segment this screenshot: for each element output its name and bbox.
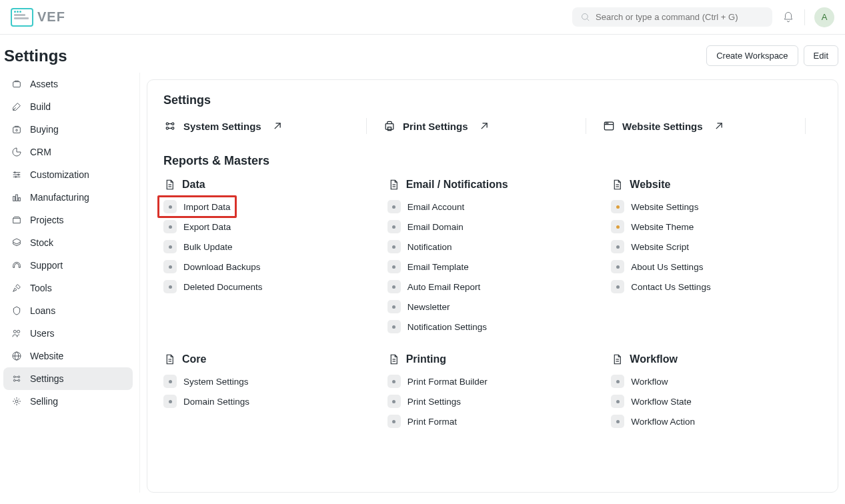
- shortcut-label: Print Settings: [403, 121, 468, 132]
- status-dot: [387, 220, 401, 233]
- brand-logo[interactable]: VEF: [11, 8, 65, 27]
- svg-point-14: [13, 330, 16, 333]
- search-input[interactable]: [596, 12, 764, 22]
- create-workspace-button[interactable]: Create Workspace: [706, 45, 798, 66]
- reports-heading: Reports & Masters: [163, 154, 822, 168]
- status-dot: [611, 395, 624, 408]
- link-label: Print Settings: [407, 397, 461, 407]
- status-dot: [387, 200, 401, 213]
- global-search[interactable]: [572, 7, 772, 27]
- edit-button[interactable]: Edit: [804, 45, 838, 66]
- link-email-template[interactable]: Email Template: [387, 260, 598, 273]
- link-label: Import Data: [183, 202, 231, 212]
- shortcut-icon: [602, 119, 616, 133]
- svg-point-4: [16, 129, 18, 131]
- link-auto-email-report[interactable]: Auto Email Report: [387, 280, 598, 293]
- svg-rect-33: [388, 127, 391, 131]
- link-download-backups[interactable]: Download Backups: [163, 260, 374, 273]
- card-printing: PrintingPrint Format BuilderPrint Settin…: [387, 353, 598, 428]
- card-title: Core: [182, 353, 206, 365]
- sidebar-item-manufacturing[interactable]: Manufacturing: [3, 186, 133, 209]
- svg-point-26: [166, 123, 168, 125]
- link-label: Email Template: [407, 262, 469, 272]
- status-dot: [387, 240, 401, 253]
- logo-icon: [11, 8, 33, 27]
- highlighted-link[interactable]: Import Data: [157, 195, 237, 218]
- link-notification-settings[interactable]: Notification Settings: [387, 320, 598, 333]
- link-contact-us-settings[interactable]: Contact Us Settings: [611, 280, 822, 293]
- link-domain-settings[interactable]: Domain Settings: [163, 395, 374, 408]
- link-label: Auto Email Report: [407, 282, 481, 292]
- sidebar-icon: [11, 147, 22, 157]
- sidebar-item-stock[interactable]: Stock: [3, 231, 133, 254]
- link-import-data[interactable]: Import Data: [163, 200, 374, 213]
- link-newsletter[interactable]: Newsletter: [387, 300, 598, 313]
- external-link-icon: [478, 119, 491, 133]
- link-print-format[interactable]: Print Format: [387, 415, 598, 428]
- card-email-notifications: Email / NotificationsEmail AccountEmail …: [387, 179, 598, 333]
- link-about-us-settings[interactable]: About Us Settings: [611, 260, 822, 273]
- svg-rect-3: [13, 127, 21, 133]
- sidebar-item-loans[interactable]: Loans: [3, 299, 133, 322]
- sidebar-item-users[interactable]: Users: [3, 322, 133, 345]
- link-label: Email Domain: [407, 222, 464, 232]
- link-export-data[interactable]: Export Data: [163, 220, 374, 233]
- link-print-settings[interactable]: Print Settings: [387, 395, 598, 408]
- shortcut-system-settings[interactable]: System Settings: [163, 119, 366, 133]
- avatar[interactable]: A: [814, 7, 834, 27]
- sidebar-item-selling[interactable]: Selling: [3, 390, 133, 413]
- sidebar-item-customization[interactable]: Customization: [3, 163, 133, 186]
- link-website-settings[interactable]: Website Settings: [611, 200, 822, 213]
- link-workflow-state[interactable]: Workflow State: [611, 395, 822, 408]
- link-label: Email Account: [407, 202, 465, 212]
- shortcut-website-settings[interactable]: Website Settings: [602, 119, 805, 133]
- link-label: Contact Us Settings: [631, 282, 710, 292]
- divider: [586, 118, 586, 134]
- svg-rect-13: [19, 198, 21, 201]
- shortcut-label: Website Settings: [622, 121, 703, 132]
- brand-name: VEF: [37, 9, 65, 25]
- link-email-domain[interactable]: Email Domain: [387, 220, 598, 233]
- sidebar-item-website[interactable]: Website: [3, 345, 133, 367]
- sidebar-item-label: Loans: [30, 305, 55, 316]
- svg-point-21: [13, 379, 15, 381]
- document-icon: [163, 179, 175, 191]
- link-bulk-update[interactable]: Bulk Update: [163, 240, 374, 253]
- link-website-script[interactable]: Website Script: [611, 240, 822, 253]
- link-notification[interactable]: Notification: [387, 240, 598, 253]
- link-email-account[interactable]: Email Account: [387, 200, 598, 213]
- link-label: Export Data: [183, 222, 231, 232]
- sidebar-item-settings[interactable]: Settings: [3, 367, 133, 390]
- divider: [805, 118, 806, 134]
- link-workflow[interactable]: Workflow: [611, 375, 822, 388]
- link-deleted-documents[interactable]: Deleted Documents: [163, 280, 374, 293]
- sidebar-item-projects[interactable]: Projects: [3, 209, 133, 231]
- sidebar-item-label: Tools: [30, 283, 52, 293]
- sidebar: AssetsBuildBuyingCRMCustomizationManufac…: [0, 73, 140, 493]
- shortcut-print-settings[interactable]: Print Settings: [383, 119, 586, 133]
- cards-grid: DataImport DataExport DataBulk UpdateDow…: [163, 179, 822, 428]
- card-title: Printing: [406, 353, 446, 365]
- sidebar-item-buying[interactable]: Buying: [3, 118, 133, 141]
- sidebar-item-crm[interactable]: CRM: [3, 141, 133, 163]
- navbar: VEF A: [0, 0, 845, 35]
- divider: [366, 118, 367, 134]
- card-title: Website: [630, 179, 670, 191]
- link-label: Newsletter: [407, 302, 450, 312]
- link-website-theme[interactable]: Website Theme: [611, 220, 822, 233]
- notifications-button[interactable]: [782, 11, 795, 24]
- link-print-format-builder[interactable]: Print Format Builder: [387, 375, 598, 388]
- status-dot: [163, 395, 177, 408]
- link-workflow-action[interactable]: Workflow Action: [611, 415, 822, 428]
- svg-point-36: [606, 123, 606, 123]
- sidebar-item-tools[interactable]: Tools: [3, 277, 133, 299]
- status-dot: [163, 280, 177, 293]
- svg-point-37: [608, 123, 608, 123]
- sidebar-item-build[interactable]: Build: [3, 95, 133, 118]
- sidebar-item-label: Website: [30, 351, 63, 361]
- sidebar-item-assets[interactable]: Assets: [3, 73, 133, 95]
- link-system-settings[interactable]: System Settings: [163, 375, 374, 388]
- sidebar-item-support[interactable]: Support: [3, 254, 133, 277]
- sidebar-icon: [11, 169, 22, 180]
- shortcut-row: System SettingsPrint SettingsWebsite Set…: [163, 118, 822, 134]
